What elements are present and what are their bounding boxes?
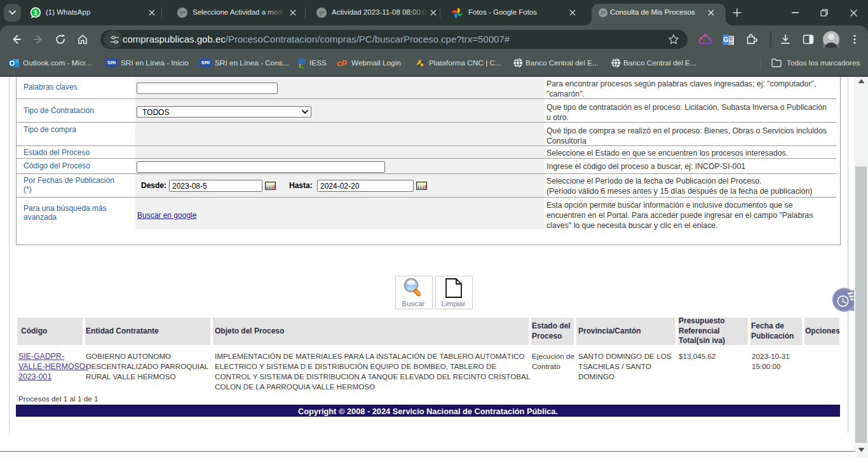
- svg-text:G: G: [723, 36, 728, 43]
- svg-text:1: 1: [34, 9, 37, 17]
